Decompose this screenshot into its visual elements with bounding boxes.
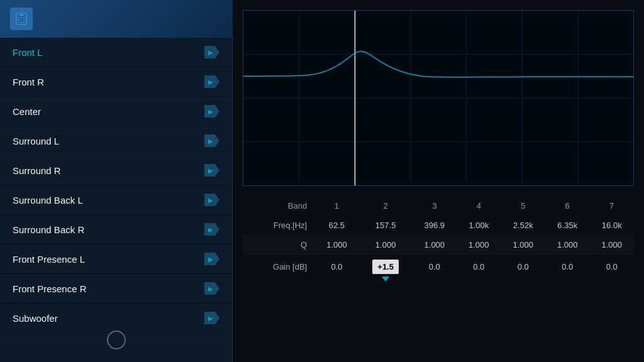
sidebar-item-subwoofer[interactable]: Subwoofer▶ — [0, 304, 232, 333]
band-2-number: 2 — [359, 196, 413, 216]
band-3-number: 3 — [413, 196, 457, 216]
q-band-5: 1.000 — [501, 235, 545, 255]
sidebar-item-label: Front R — [13, 77, 44, 87]
band-4-number: 4 — [457, 196, 501, 216]
sidebar-item-label: Surround Back L — [13, 195, 83, 206]
band-7-number: 7 — [589, 196, 634, 216]
eq-chart — [243, 10, 634, 186]
gain-label: Gain [dB] — [243, 255, 314, 279]
sidebar-item-label: Center — [13, 106, 41, 117]
sidebar-arrow-icon: ▶ — [204, 164, 219, 177]
sidebar-item-label: Front Presence L — [13, 254, 85, 265]
sidebar-item-label: Subwoofer — [13, 313, 58, 324]
sidebar-arrow-icon: ▶ — [204, 46, 219, 58]
sidebar-arrow-icon: ▶ — [204, 105, 219, 118]
sidebar-arrow-icon: ▶ — [204, 134, 219, 147]
sidebar-arrow-icon: ▶ — [204, 282, 219, 295]
freq-band-6: 6.35k — [545, 216, 589, 235]
q-band-2: 1.000 — [359, 235, 413, 255]
sidebar-arrow-icon: ▶ — [204, 253, 219, 265]
active-gain-value[interactable]: +1.5 — [372, 260, 399, 274]
q-band-7: 1.000 — [589, 235, 634, 255]
sidebar-item-surround-r[interactable]: Surround R▶ — [0, 156, 232, 185]
q-band-6: 1.000 — [545, 235, 589, 255]
freq-band-4: 1.00k — [457, 216, 501, 235]
freq-band-1: 62.5 — [314, 216, 358, 235]
sidebar-item-surround-l[interactable]: Surround L▶ — [0, 126, 232, 156]
svg-point-2 — [20, 19, 23, 21]
sidebar-item-front-r[interactable]: Front R▶ — [0, 67, 232, 97]
sidebar-item-front-presence-r[interactable]: Front Presence R▶ — [0, 274, 232, 304]
sidebar-item-label: Surround Back R — [13, 224, 84, 235]
sidebar-item-surround-back-r[interactable]: Surround Back R▶ — [0, 215, 232, 244]
app-icon — [10, 8, 33, 30]
freq-band-5: 2.52k — [501, 216, 545, 235]
sidebar-arrow-icon: ▶ — [204, 223, 219, 236]
help-button[interactable] — [107, 331, 126, 349]
sidebar-item-label: Front Presence R — [13, 283, 87, 294]
gain-band-6[interactable]: 0.0 — [545, 255, 589, 279]
gain-band-7[interactable]: 0.0 — [589, 255, 634, 279]
band-5-number: 5 — [501, 196, 545, 216]
q-band-1: 1.000 — [314, 235, 358, 255]
sidebar-arrow-icon: ▶ — [204, 75, 219, 88]
sidebar-item-center[interactable]: Center▶ — [0, 97, 232, 126]
q-label: Q — [243, 235, 314, 255]
freq-band-2: 157.5 — [359, 216, 413, 235]
main-content: Band1234567Freq.[Hz]62.5157.5396.91.00k2… — [233, 0, 644, 362]
eq-table: Band1234567Freq.[Hz]62.5157.5396.91.00k2… — [243, 196, 634, 279]
band-label: Band — [243, 196, 314, 216]
sidebar-item-front-presence-l[interactable]: Front Presence L▶ — [0, 244, 232, 274]
sidebar-item-label: Surround L — [13, 136, 59, 146]
q-band-3: 1.000 — [413, 235, 457, 255]
freq-band-7: 16.0k — [589, 216, 634, 235]
header — [0, 0, 233, 38]
gain-band-3[interactable]: 0.0 — [413, 255, 457, 279]
band-6-number: 6 — [545, 196, 589, 216]
sidebar-item-surround-back-l[interactable]: Surround Back L▶ — [0, 185, 232, 215]
gain-band-2[interactable]: +1.5 — [359, 255, 413, 279]
sidebar-item-label: Surround R — [13, 165, 61, 176]
gain-band-4[interactable]: 0.0 — [457, 255, 501, 279]
sidebar-item-label: Front L — [13, 47, 43, 58]
svg-rect-3 — [19, 14, 23, 16]
sidebar: Front L▶Front R▶Center▶Surround L▶Surrou… — [0, 38, 233, 362]
sidebar-arrow-icon: ▶ — [204, 312, 219, 324]
freq-label: Freq.[Hz] — [243, 216, 314, 235]
freq-band-3: 396.9 — [413, 216, 457, 235]
band-1-number: 1 — [314, 196, 358, 216]
gain-band-1[interactable]: 0.0 — [314, 255, 358, 279]
gain-band-5[interactable]: 0.0 — [501, 255, 545, 279]
sidebar-item-front-l[interactable]: Front L▶ — [0, 38, 232, 67]
q-band-4: 1.000 — [457, 235, 501, 255]
sidebar-list: Front L▶Front R▶Center▶Surround L▶Surrou… — [0, 38, 232, 333]
sidebar-arrow-icon: ▶ — [204, 194, 219, 206]
